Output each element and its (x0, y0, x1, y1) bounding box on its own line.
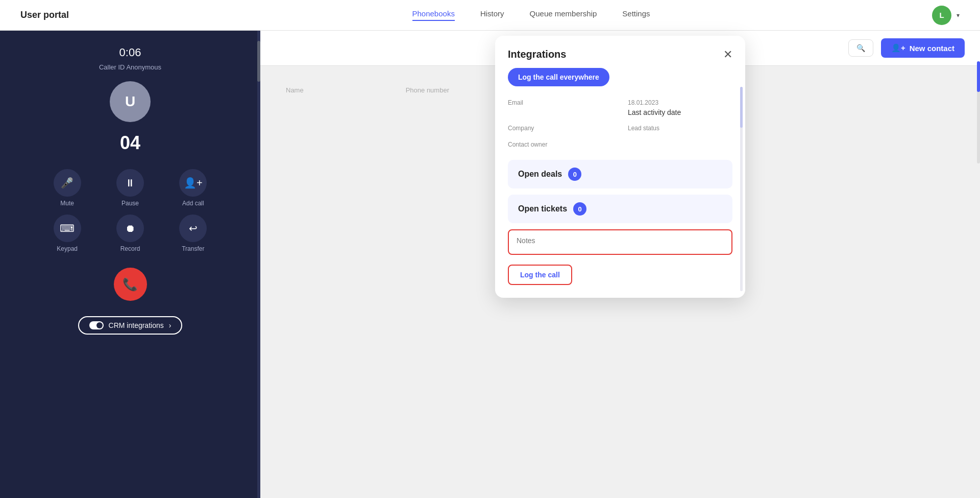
transfer-icon: ↩ (179, 215, 207, 242)
activity-date-field: 18.01.2023 Last activity date (628, 99, 732, 117)
notes-input[interactable] (508, 229, 732, 255)
call-panel: 0:06 Caller ID Anonymous U 04 🎤 Mute ⏸ P… (0, 31, 260, 498)
caller-id: Caller ID Anonymous (99, 63, 161, 71)
contact-owner-field: Contact owner (508, 141, 612, 150)
transfer-label: Transfer (182, 245, 204, 252)
add-call-label: Add call (182, 200, 204, 207)
caller-number: 04 (120, 132, 140, 154)
call-controls: 🎤 Mute ⏸ Pause 👤+ Add call ⌨ Keypad ⏺ Re… (43, 169, 217, 252)
record-button[interactable]: ⏺ Record (106, 215, 154, 252)
open-deals-label: Open deals (518, 170, 562, 179)
email-label: Email (508, 99, 612, 106)
keypad-button[interactable]: ⌨ Keypad (43, 215, 91, 252)
activity-date-value: 18.01.2023 (628, 99, 732, 106)
toggle-icon (89, 321, 104, 329)
modal-close-button[interactable]: ✕ (723, 49, 732, 60)
open-tickets-label: Open tickets (518, 204, 567, 214)
email-field: Email (508, 99, 612, 117)
call-timer: 0:06 (119, 46, 141, 59)
integrations-modal: Integrations ✕ Log the call everywhere E… (495, 36, 745, 298)
right-area: 🔍 👤+ New contact Name Phone number Integ… (260, 31, 980, 498)
activity-date-label: Last activity date (628, 108, 681, 116)
contact-owner-label: Contact owner (508, 141, 612, 148)
mute-label: Mute (60, 200, 74, 207)
info-grid: Email 18.01.2023 Last activity date Comp… (508, 99, 732, 150)
log-everywhere-button[interactable]: Log the call everywhere (508, 68, 609, 86)
modal-title: Integrations (508, 49, 566, 60)
modal-header: Integrations ✕ (495, 36, 745, 68)
record-label: Record (120, 245, 140, 252)
modal-scrollbar[interactable] (740, 87, 743, 291)
avatar[interactable]: L (932, 6, 951, 25)
keypad-icon: ⌨ (54, 215, 81, 242)
open-deals-box: Open deals 0 (508, 160, 732, 188)
modal-scrollbar-thumb (740, 87, 743, 128)
crm-integrations-button[interactable]: CRM integrations › (78, 316, 183, 335)
add-call-icon: 👤+ (179, 169, 207, 197)
hangup-button[interactable]: 📞 (114, 268, 147, 301)
company-field: Company (508, 125, 612, 133)
modal-body: Log the call everywhere Email 18.01.2023… (495, 68, 745, 298)
open-tickets-count: 0 (573, 202, 586, 216)
nav-links: Phonebooks History Queue membership Sett… (130, 9, 932, 21)
log-call-button[interactable]: Log the call (508, 265, 572, 285)
transfer-button[interactable]: ↩ Transfer (169, 215, 217, 252)
keypad-label: Keypad (57, 245, 78, 252)
caller-avatar: U (110, 81, 151, 122)
pause-icon: ⏸ (116, 169, 144, 197)
nav-history[interactable]: History (480, 9, 504, 21)
open-tickets-box: Open tickets 0 (508, 195, 732, 223)
nav-settings[interactable]: Settings (622, 9, 650, 21)
pause-button[interactable]: ⏸ Pause (106, 169, 154, 207)
mute-icon: 🎤 (54, 169, 81, 197)
record-icon: ⏺ (116, 215, 144, 242)
mute-button[interactable]: 🎤 Mute (43, 169, 91, 207)
pause-label: Pause (121, 200, 139, 207)
chevron-down-icon[interactable]: ▾ (957, 12, 960, 19)
lead-status-label: Lead status (628, 125, 732, 132)
hangup-icon: 📞 (122, 277, 138, 292)
lead-status-field: Lead status (628, 125, 732, 133)
add-call-button[interactable]: 👤+ Add call (169, 169, 217, 207)
nav-phonebooks[interactable]: Phonebooks (412, 9, 455, 21)
crm-integrations-label: CRM integrations (109, 321, 164, 329)
open-deals-count: 0 (568, 168, 581, 181)
app-title: User portal (20, 10, 69, 20)
arrow-right-icon: › (169, 321, 172, 329)
modal-overlay: Integrations ✕ Log the call everywhere E… (260, 31, 980, 498)
nav-queue[interactable]: Queue membership (530, 9, 597, 21)
company-label: Company (508, 125, 612, 132)
